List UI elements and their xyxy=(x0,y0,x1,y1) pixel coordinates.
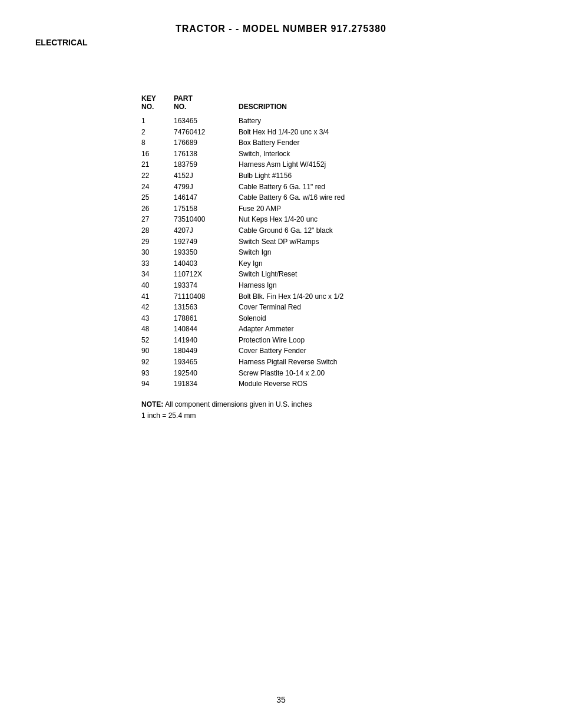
table-row: 25 146147 Cable Battery 6 Ga. w/16 wire … xyxy=(141,192,527,203)
page-header: TRACTOR - - MODEL NUMBER 917.275380 xyxy=(35,24,527,34)
table-row: 28 4207J Cable Ground 6 Ga. 12" black xyxy=(141,225,527,236)
cell-key: 30 xyxy=(141,247,174,258)
cell-key: 92 xyxy=(141,357,174,368)
table-row: 8 176689 Box Battery Fender xyxy=(141,137,527,149)
table-row: 27 73510400 Nut Keps Hex 1/4-20 unc xyxy=(141,214,527,225)
page-number: 35 xyxy=(276,695,286,704)
cell-part: 178861 xyxy=(174,313,239,324)
cell-desc: Switch, Interlock xyxy=(239,149,527,160)
cell-part: 110712X xyxy=(174,269,239,280)
table-row: 94 191834 Module Reverse ROS xyxy=(141,378,527,390)
cell-desc: Harness Pigtail Reverse Switch xyxy=(239,357,527,368)
cell-desc: Harness Asm Light W/4152j xyxy=(239,159,527,170)
cell-part: 193350 xyxy=(174,247,239,258)
table-row: 29 192749 Switch Seat DP w/Ramps xyxy=(141,236,527,248)
cell-key: 43 xyxy=(141,313,174,324)
note-line1: NOTE: All component dimensions given in … xyxy=(141,399,527,410)
cell-desc: Switch Ign xyxy=(239,247,527,258)
page: TRACTOR - - MODEL NUMBER 917.275380 ELEC… xyxy=(0,0,562,728)
cell-key: 26 xyxy=(141,203,174,215)
cell-desc: Nut Keps Hex 1/4-20 unc xyxy=(239,214,527,225)
key-header-line1: KEY xyxy=(141,94,174,103)
cell-key: 1 xyxy=(141,116,174,127)
note-section: NOTE: All component dimensions given in … xyxy=(141,399,527,421)
cell-key: 27 xyxy=(141,214,174,225)
cell-key: 34 xyxy=(141,269,174,280)
cell-desc: Cover Battery Fender xyxy=(239,345,527,357)
page-title: TRACTOR - - MODEL NUMBER 917.275380 xyxy=(35,24,527,34)
cell-desc: Key Ign xyxy=(239,258,527,269)
cell-desc: Solenoid xyxy=(239,313,527,324)
cell-part: 193465 xyxy=(174,357,239,368)
table-row: 48 140844 Adapter Ammeter xyxy=(141,324,527,335)
cell-key: 94 xyxy=(141,378,174,390)
cell-key: 48 xyxy=(141,324,174,335)
table-row: 22 4152J Bulb Light #1156 xyxy=(141,170,527,182)
section-title: ELECTRICAL xyxy=(35,38,527,47)
cell-desc: Bolt Hex Hd 1/4-20 unc x 3/4 xyxy=(239,127,527,138)
cell-desc: Switch Seat DP w/Ramps xyxy=(239,236,527,248)
part-header-line1: PART xyxy=(174,94,239,103)
desc-header: DESCRIPTION xyxy=(239,94,527,111)
cell-desc: Box Battery Fender xyxy=(239,137,527,149)
table-row: 21 183759 Harness Asm Light W/4152j xyxy=(141,159,527,170)
cell-desc: Harness Ign xyxy=(239,280,527,291)
cell-key: 40 xyxy=(141,280,174,291)
table-row: 1 163465 Battery xyxy=(141,116,527,127)
table-row: 52 141940 Protection Wire Loop xyxy=(141,335,527,346)
cell-part: 146147 xyxy=(174,192,239,203)
cell-key: 24 xyxy=(141,182,174,193)
cell-part: 176689 xyxy=(174,137,239,149)
part-header-group: PART NO. xyxy=(174,94,239,111)
table-row: 24 4799J Cable Battery 6 Ga. 11" red xyxy=(141,182,527,193)
cell-part: 4207J xyxy=(174,225,239,236)
cell-part: 180449 xyxy=(174,345,239,357)
cell-key: 90 xyxy=(141,345,174,357)
cell-key: 21 xyxy=(141,159,174,170)
table-row: 42 131563 Cover Terminal Red xyxy=(141,302,527,313)
cell-key: 52 xyxy=(141,335,174,346)
cell-desc: Screw Plastite 10-14 x 2.00 xyxy=(239,368,527,379)
table-row: 40 193374 Harness Ign xyxy=(141,280,527,291)
cell-part: 141940 xyxy=(174,335,239,346)
table-row: 33 140403 Key Ign xyxy=(141,258,527,269)
parts-table: 1 163465 Battery 2 74760412 Bolt Hex Hd … xyxy=(141,116,527,390)
cell-part: 176138 xyxy=(174,149,239,160)
cell-part: 4152J xyxy=(174,170,239,182)
key-header-line2: NO. xyxy=(141,103,174,111)
note-line2: 1 inch = 25.4 mm xyxy=(141,410,527,421)
cell-key: 33 xyxy=(141,258,174,269)
column-headers: KEY NO. PART NO. DESCRIPTION xyxy=(141,94,527,111)
table-row: 90 180449 Cover Battery Fender xyxy=(141,345,527,357)
part-header-line2: NO. xyxy=(174,103,239,111)
cell-part: 193374 xyxy=(174,280,239,291)
table-row: 34 110712X Switch Light/Reset xyxy=(141,269,527,280)
cell-part: 140403 xyxy=(174,258,239,269)
cell-part: 183759 xyxy=(174,159,239,170)
table-row: 30 193350 Switch Ign xyxy=(141,247,527,258)
cell-desc: Protection Wire Loop xyxy=(239,335,527,346)
cell-desc: Module Reverse ROS xyxy=(239,378,527,390)
cell-part: 74760412 xyxy=(174,127,239,138)
cell-desc: Switch Light/Reset xyxy=(239,269,527,280)
cell-desc: Cable Battery 6 Ga. w/16 wire red xyxy=(239,192,527,203)
cell-part: 73510400 xyxy=(174,214,239,225)
note-label: NOTE: xyxy=(141,400,163,409)
cell-key: 25 xyxy=(141,192,174,203)
cell-desc: Battery xyxy=(239,116,527,127)
cell-desc: Cover Terminal Red xyxy=(239,302,527,313)
table-row: 26 175158 Fuse 20 AMP xyxy=(141,203,527,215)
table-row: 43 178861 Solenoid xyxy=(141,313,527,324)
table-row: 92 193465 Harness Pigtail Reverse Switch xyxy=(141,357,527,368)
cell-desc: Bulb Light #1156 xyxy=(239,170,527,182)
cell-part: 140844 xyxy=(174,324,239,335)
desc-header-label: DESCRIPTION xyxy=(239,103,527,111)
cell-key: 22 xyxy=(141,170,174,182)
cell-part: 71110408 xyxy=(174,291,239,302)
cell-key: 28 xyxy=(141,225,174,236)
cell-desc: Bolt Blk. Fin Hex 1/4-20 unc x 1/2 xyxy=(239,291,527,302)
table-row: 16 176138 Switch, Interlock xyxy=(141,149,527,160)
cell-part: 175158 xyxy=(174,203,239,215)
cell-part: 131563 xyxy=(174,302,239,313)
cell-desc: Cable Battery 6 Ga. 11" red xyxy=(239,182,527,193)
